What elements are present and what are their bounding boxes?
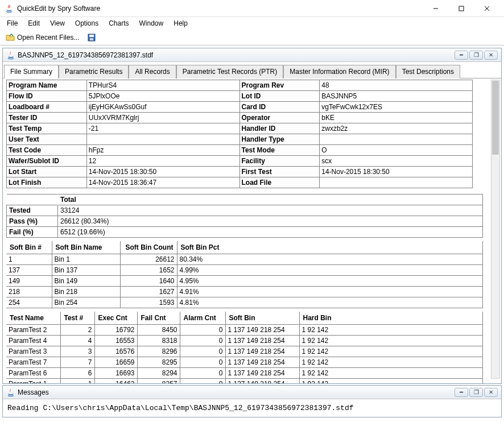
doc-close-button[interactable]: ✕ [484,51,498,60]
table-row[interactable]: 218Bin 21816274.91% [6,287,483,297]
table-row[interactable]: ParamTest 6616693829401 137 149 218 2541… [6,368,483,379]
svg-rect-6 [89,35,94,37]
tab-ptr[interactable]: Parametric Test Records (PTR) [176,65,283,78]
col-hard-bin[interactable]: Hard Bin [299,312,483,325]
messages-titlebar: Messages ━ ❐ ✕ [3,386,501,399]
table-row[interactable]: 254Bin 25415934.81% [6,297,483,308]
kv-row: Test Temp-21Handler IDzwxzb2z [7,123,473,134]
window-maximize-button[interactable] [448,1,474,16]
content-pane: Program NameTPHurS4Program Rev48 Flow ID… [3,78,501,383]
svg-rect-7 [90,38,93,40]
kv-row: Flow ID5JPlxOOeLot IDBASJNNP5 [7,91,473,102]
menu-options[interactable]: Options [71,18,103,28]
kv-row: Wafer/Sublot ID12Facilityscx [7,156,473,167]
col-exec-cnt[interactable]: Exec Cnt [94,312,137,325]
document-window: BASJNNP5_12_6197343856972381397.stdf ━ ❐… [2,48,502,384]
menu-edit[interactable]: Edit [23,18,44,28]
menu-view[interactable]: View [46,18,69,28]
java-app-icon [5,4,14,13]
tab-file-summary[interactable]: File Summary [4,65,59,78]
save-button[interactable] [85,32,98,43]
table-row[interactable]: 149Bin 14916404.95% [6,276,483,287]
tab-strip: File Summary Parametric Results All Reco… [3,62,501,78]
window-titlebar: QuickEdit by Spry Software [0,0,504,17]
doc-minimize-button[interactable]: ━ [455,51,468,60]
messages-title: Messages [18,388,455,396]
msg-minimize-button[interactable]: ━ [455,388,468,397]
java-doc-icon [6,51,15,60]
tab-parametric-results[interactable]: Parametric Results [59,65,129,78]
table-row[interactable]: 137Bin 13716524.99% [6,265,483,276]
window-title: QuickEdit by Spry Software [17,5,423,13]
table-row[interactable]: ParamTest 7716659829501 137 149 218 2541… [6,357,483,368]
messages-body: Reading C:\Users\chris\AppData\Local\Tem… [3,399,501,417]
kv-row: Loadboard #ijEyHGKAwSs0GufCard IDvgTeFwC… [7,102,473,113]
document-titlebar: BASJNNP5_12_6197343856972381397.stdf ━ ❐… [3,48,501,62]
svg-point-8 [8,57,14,59]
table-row[interactable]: ParamTest 1116462825701 137 149 218 2541… [6,379,483,384]
open-recent-button[interactable]: Open Recent Files... [3,32,81,43]
col-softbin-count[interactable]: Soft Bin Count [120,241,177,254]
scrollbar-thumb[interactable] [492,81,499,155]
msg-maximize-button[interactable]: ❐ [469,388,483,397]
menu-file[interactable]: File [2,18,22,28]
window-close-button[interactable] [474,1,499,16]
svg-point-0 [6,11,12,12]
kv-row: Lot Finish14-Nov-2015 18:36:47Load File [7,177,473,188]
col-softbin-num[interactable]: Soft Bin # [6,241,52,254]
open-recent-label: Open Recent Files... [17,34,79,42]
col-softbin-pct[interactable]: Soft Bin Pct [177,241,483,254]
menu-charts[interactable]: Charts [104,18,133,28]
menu-bar: File Edit View Options Charts Window Hel… [0,17,504,30]
document-title: BASJNNP5_12_6197343856972381397.stdf [18,51,455,59]
kv-row: User TextHandler Type [7,134,473,145]
stats-total-header: Total [58,195,483,205]
col-test-name[interactable]: Test Name [6,312,60,325]
menu-window[interactable]: Window [135,18,168,28]
kv-row: Tester IDUUxXVRM7KglrjOperatorbKE [7,113,473,123]
doc-maximize-button[interactable]: ❐ [469,51,483,60]
table-row[interactable]: ParamTest 3316576829601 137 149 218 2541… [6,346,483,357]
soft-bin-table: Soft Bin # Soft Bin Name Soft Bin Count … [6,241,483,308]
tab-test-descriptions[interactable]: Test Descriptions [396,65,460,78]
col-alarm-cnt[interactable]: Alarm Cnt [180,312,225,325]
table-row[interactable]: 1Bin 12661280.34% [6,254,483,265]
kv-row: Program NameTPHurS4Program Rev48 [7,80,473,91]
vertical-scrollbar[interactable] [491,80,500,379]
table-row[interactable]: ParamTest 4416553831801 137 149 218 2541… [6,336,483,346]
window-minimize-button[interactable] [423,1,448,16]
msg-close-button[interactable]: ✕ [484,388,498,397]
tab-all-records[interactable]: All Records [129,65,176,78]
menu-help[interactable]: Help [169,18,192,28]
svg-rect-2 [459,6,464,11]
table-row[interactable]: ParamTest 2216792845001 137 149 218 2541… [6,325,483,336]
summary-kv-table: Program NameTPHurS4Program Rev48 Flow ID… [6,80,473,188]
toolbar: Open Recent Files... [0,30,504,45]
tests-table: Test Name Test # Exec Cnt Fail Cnt Alarm… [6,312,483,383]
stats-table: Total Tested33124 Pass (%)26612 (80.34%)… [6,194,483,238]
messages-window: Messages ━ ❐ ✕ Reading C:\Users\chris\Ap… [2,385,502,417]
java-msg-icon [6,388,15,397]
open-folder-icon [6,33,15,42]
col-softbin-name[interactable]: Soft Bin Name [52,241,120,254]
kv-row: Lot Start14-Nov-2015 18:30:50First Test1… [7,167,473,177]
col-fail-cnt[interactable]: Fail Cnt [137,312,180,325]
col-soft-bin[interactable]: Soft Bin [225,312,299,325]
col-test-num[interactable]: Test # [60,312,94,325]
tab-mir[interactable]: Master Information Record (MIR) [283,65,395,78]
floppy-disk-icon [87,33,96,42]
svg-point-9 [8,395,14,396]
kv-row: Test CodehFpzTest ModeO [7,145,473,156]
